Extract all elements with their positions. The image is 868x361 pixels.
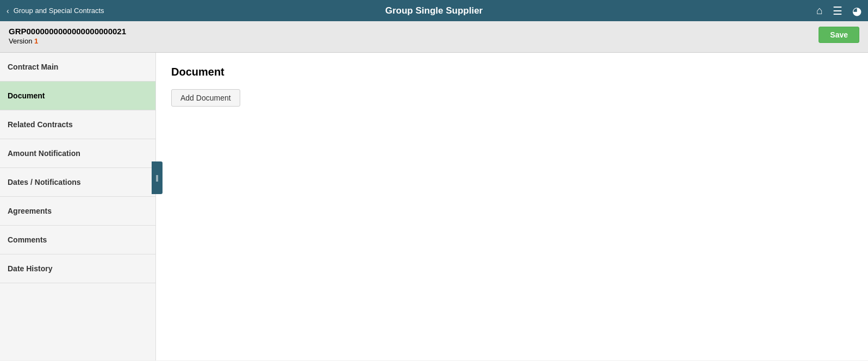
sidebar-item-amount-notification[interactable]: Amount Notification (0, 139, 155, 168)
section-title: Document (171, 66, 853, 78)
sidebar-item-document[interactable]: Document (0, 82, 155, 110)
sidebar-item-date-history[interactable]: Date History (0, 254, 155, 283)
sidebar-collapse-toggle[interactable]: ‖ (152, 161, 163, 194)
back-label: Group and Special Contracts (14, 7, 104, 15)
add-document-button[interactable]: Add Document (171, 89, 240, 107)
sidebar-item-related-contracts[interactable]: Related Contracts (0, 110, 155, 139)
nav-icons: ⌂ ☰ ◕ (816, 4, 861, 17)
contract-id: GRP0000000000000000000021 (9, 27, 126, 36)
back-icon: ‹ (7, 7, 9, 15)
back-nav[interactable]: ‹ Group and Special Contracts (7, 7, 104, 15)
version-text: Version 1 (9, 37, 126, 45)
top-nav: ‹ Group and Special Contracts Group Sing… (0, 0, 868, 21)
sidebar-item-agreements[interactable]: Agreements (0, 197, 155, 226)
version-number: 1 (34, 37, 38, 45)
content-area: Document Add Document (156, 53, 868, 360)
page-title: Group Single Supplier (385, 5, 483, 16)
sidebar-item-dates-notifications[interactable]: Dates / Notifications (0, 168, 155, 197)
sidebar-item-contract-main[interactable]: Contract Main (0, 53, 155, 82)
compass-icon[interactable]: ◕ (852, 4, 861, 17)
main-content: Contract Main Document Related Contracts… (0, 53, 868, 360)
sidebar-item-comments[interactable]: Comments (0, 226, 155, 254)
sub-header-left: GRP0000000000000000000021 Version 1 (9, 27, 126, 45)
collapse-icon: ‖ (155, 174, 159, 182)
home-icon[interactable]: ⌂ (816, 4, 823, 17)
sub-header: GRP0000000000000000000021 Version 1 Save (0, 21, 868, 53)
sidebar: Contract Main Document Related Contracts… (0, 53, 156, 360)
save-button[interactable]: Save (819, 27, 859, 43)
menu-icon[interactable]: ☰ (833, 4, 842, 17)
